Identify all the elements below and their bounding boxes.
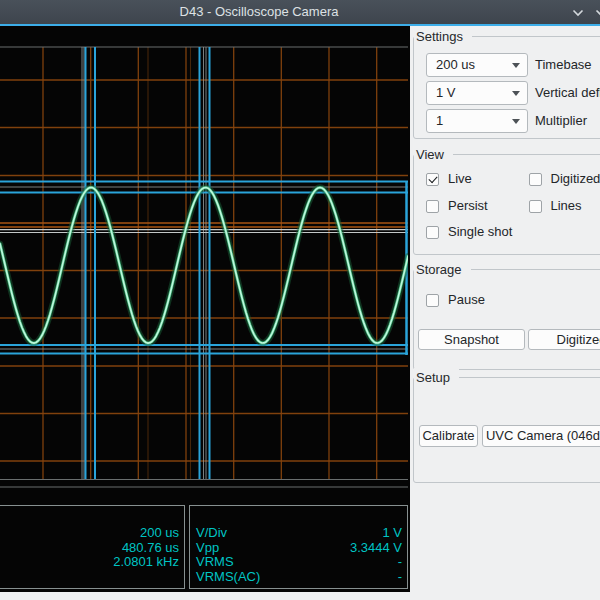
measurement-label: VRMS(AC) [196, 570, 260, 585]
storage-group-title: Storage [414, 260, 471, 280]
oscilloscope-camera-view: 200 us480.76 us2.0801 kHz V/Div1 VVpp3.3… [0, 26, 410, 592]
dropdown-value: 1 V [436, 82, 456, 104]
field-label-multiplier: Multiplier [535, 109, 587, 133]
checkbox-label-lines: Lines [551, 199, 582, 213]
measurement-value: - [398, 570, 402, 585]
voltage-measurement-row: V/Div1 V [190, 526, 407, 541]
time-measurement-value: 480.76 us [0, 541, 184, 556]
checkbox-label-single-shot: Single shot [448, 225, 512, 239]
settings-group: Settings 200 usTimebase1 VVertical defle… [413, 36, 600, 139]
checkbox-digitized[interactable] [529, 173, 542, 186]
checkbox-single-shot[interactable] [426, 226, 439, 239]
checkbox-live[interactable] [426, 173, 439, 186]
measurement-label: V/Div [196, 526, 227, 541]
checkbox-label-pause: Pause [448, 293, 485, 307]
window-title: D43 - Oscilloscope Camera [0, 0, 518, 24]
checkbox-persist[interactable] [426, 200, 439, 213]
field-label-vertical-deflec: Vertical deflec [535, 81, 600, 105]
field-label-timebase: Timebase [535, 53, 592, 77]
snapshot-button[interactable]: Snapshot [418, 329, 525, 350]
voltage-measurement-row: VRMS- [190, 555, 407, 570]
time-measurement-value: 2.0801 kHz [0, 555, 184, 570]
checkbox-lines[interactable] [529, 200, 542, 213]
setup-group: Setup CalibrateUVC Camera (046d:08 [413, 377, 600, 483]
measurement-label: VRMS [196, 555, 234, 570]
dropdown-vertical-deflec[interactable]: 1 V [426, 81, 528, 105]
chevron-down-icon [512, 91, 520, 96]
dropdown-timebase[interactable]: 200 us [426, 53, 528, 77]
uvc-camera-046d-08-button[interactable]: UVC Camera (046d:08 [482, 425, 600, 447]
control-panel: Settings 200 usTimebase1 VVertical defle… [410, 26, 600, 600]
measurement-value: 1 V [382, 526, 402, 541]
voltage-measurement-row: Vpp3.3444 V [190, 541, 407, 556]
measurement-value: 3.3444 V [350, 541, 402, 556]
dropdown-multiplier[interactable]: 1 [426, 109, 528, 133]
partial-titlebar-icon[interactable] [595, 9, 600, 17]
measurement-label: Vpp [196, 541, 219, 556]
checkbox-label-persist: Persist [448, 199, 488, 213]
time-measurement-value: 200 us [0, 526, 184, 541]
settings-group-title: Settings [414, 27, 472, 47]
voltage-measurements-panel: V/Div1 VVpp3.3444 VVRMS-VRMS(AC)- [189, 505, 408, 589]
checkbox-label-digitized: Digitized [551, 172, 600, 186]
measurement-value: - [398, 555, 402, 570]
calibrate-button[interactable]: Calibrate [419, 425, 478, 447]
checkbox-pause[interactable] [426, 294, 439, 307]
chevron-down-icon[interactable] [572, 9, 584, 17]
time-measurements-panel: 200 us480.76 us2.0801 kHz [0, 505, 185, 589]
chevron-down-icon [512, 63, 520, 68]
dropdown-value: 1 [436, 110, 443, 132]
voltage-measurement-row: VRMS(AC)- [190, 570, 407, 585]
digitized-d-button[interactable]: Digitized D [528, 329, 600, 350]
setup-group-title: Setup [414, 368, 459, 388]
checkbox-label-live: Live [448, 172, 472, 186]
titlebar: D43 - Oscilloscope Camera [0, 0, 600, 26]
view-group: View LiveDigitizedPersistLinesSingle sho… [413, 154, 600, 255]
view-group-title: View [414, 145, 453, 165]
storage-group: Storage PauseSnapshotDigitized D [413, 269, 600, 370]
chevron-down-icon [512, 119, 520, 124]
dropdown-value: 200 us [436, 54, 475, 76]
